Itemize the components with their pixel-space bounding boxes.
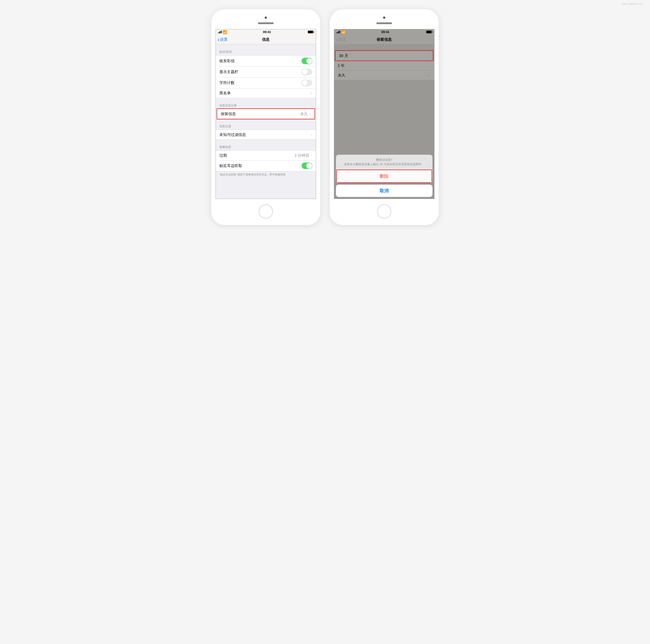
cell-label: 永久: [338, 73, 345, 78]
status-bar: 📶 09:41: [216, 29, 316, 35]
status-time: 09:41: [381, 30, 389, 34]
action-sheet: 删除旧信息? 这将永久删除您设备上超过 30 天的全部文本信息和信息附件。 删除…: [334, 153, 434, 199]
cell-option-1year[interactable]: 1 年: [334, 61, 434, 70]
status-bar: 📶 09:41: [334, 29, 434, 35]
cell-label: 黑名单: [219, 91, 231, 96]
chevron-left-icon: ‹: [336, 36, 338, 43]
nav-bar: ‹ 信息 保留信息: [334, 35, 434, 44]
phone-camera: [265, 16, 267, 19]
chevron-left-icon: ‹: [218, 36, 220, 43]
section-header-audio: 音频信息: [216, 140, 316, 150]
cell-label: 贴近耳边听取: [219, 163, 242, 168]
nav-back-label: 设置: [220, 37, 228, 42]
chevron-right-icon: ›: [310, 111, 311, 116]
cell-charcount[interactable]: 字符计数: [216, 77, 316, 88]
cell-label: 30 天: [339, 53, 348, 58]
section-header-history: 信息历史记录: [216, 98, 316, 109]
highlight-delete-button: 删除: [336, 170, 432, 183]
cell-unknown-filter[interactable]: 未知与过滤信息 ›: [216, 130, 316, 140]
cell-keep-messages[interactable]: 保留信息 永久 ›: [217, 109, 315, 119]
nav-back-button[interactable]: ‹ 信息: [334, 36, 346, 43]
home-button[interactable]: [377, 204, 391, 218]
switch-charcount[interactable]: [301, 79, 312, 86]
wifi-icon: 📶: [223, 30, 227, 34]
cell-label: 未知与过滤信息: [219, 132, 246, 137]
nav-back-button[interactable]: ‹ 设置: [216, 36, 228, 43]
cell-value: 2 分钟后: [295, 153, 309, 158]
highlight-30-days: 30 天: [335, 50, 433, 61]
cell-option-30days[interactable]: 30 天: [335, 51, 433, 61]
action-sheet-body: 这将永久删除您设备上超过 30 天的全部文本信息和信息附件。: [340, 162, 428, 166]
highlight-keep-messages: 保留信息 永久 ›: [217, 108, 315, 120]
screen-right: 📶 09:41 ‹ 信息 保留信息: [334, 29, 434, 199]
watermark-text: www.applecx.com: [622, 2, 643, 5]
phone-camera: [383, 16, 385, 19]
cell-label: 保留信息: [221, 111, 236, 116]
phone-mockup-right: 📶 09:41 ‹ 信息 保留信息: [329, 9, 439, 225]
battery-icon: [308, 31, 314, 33]
phone-top: [216, 13, 316, 29]
cancel-button[interactable]: 取消: [336, 184, 432, 197]
action-sheet-header: 删除旧信息? 这将永久删除您设备上超过 30 天的全部文本信息和信息附件。: [336, 155, 432, 170]
cell-blacklist[interactable]: 黑名单 ›: [216, 88, 316, 98]
cell-raise-to-listen[interactable]: 贴近耳边听取: [216, 160, 316, 171]
chevron-right-icon: ›: [311, 153, 312, 158]
phone-mockup-left: 📶 09:41 ‹ 设置 信息 短信/彩信 收发彩信 显示主题栏: [211, 9, 321, 225]
home-button[interactable]: [259, 204, 273, 218]
cell-subject[interactable]: 显示主题栏: [216, 66, 316, 77]
section-header-filter: 信息过滤: [216, 119, 316, 130]
nav-bar: ‹ 设置 信息: [216, 35, 316, 44]
phone-top: [334, 13, 434, 29]
delete-button[interactable]: 删除: [337, 170, 432, 182]
chevron-right-icon: ›: [311, 91, 312, 96]
cell-label: 1 年: [338, 63, 345, 68]
signal-icon: [336, 31, 340, 33]
nav-title: 信息: [262, 37, 269, 42]
battery-icon: [426, 31, 432, 33]
switch-raise[interactable]: [301, 163, 312, 169]
chevron-right-icon: ›: [311, 132, 312, 137]
section-header-sms: 短信/彩信: [216, 44, 316, 55]
phone-speaker: [258, 22, 274, 24]
cell-label: 过期: [219, 153, 227, 158]
wifi-icon: 📶: [341, 30, 346, 34]
cell-label: 字符计数: [219, 80, 234, 86]
signal-icon: [218, 31, 222, 33]
cell-expire[interactable]: 过期 2 分钟后 ›: [216, 150, 316, 160]
nav-back-label: 信息: [338, 37, 346, 42]
switch-subject[interactable]: [301, 69, 312, 75]
cell-label: 显示主题栏: [219, 69, 238, 74]
footer-text: "贴近耳边听取"使您只需将电话举至耳边，即可快速听取: [216, 171, 316, 178]
switch-mms[interactable]: [301, 58, 312, 64]
action-sheet-title: 删除旧信息?: [340, 158, 428, 162]
nav-title: 保留信息: [376, 37, 392, 42]
cell-value: 永久: [300, 111, 308, 116]
cell-mms[interactable]: 收发彩信: [216, 55, 316, 66]
status-time: 09:41: [263, 30, 271, 34]
cell-option-forever[interactable]: 永久 ✓: [334, 70, 434, 80]
screen-left: 📶 09:41 ‹ 设置 信息 短信/彩信 收发彩信 显示主题栏: [216, 29, 316, 199]
phone-speaker: [376, 22, 392, 24]
action-sheet-main: 删除旧信息? 这将永久删除您设备上超过 30 天的全部文本信息和信息附件。 删除: [336, 155, 432, 183]
checkmark-icon: ✓: [427, 73, 431, 78]
cell-label: 收发彩信: [219, 58, 234, 64]
